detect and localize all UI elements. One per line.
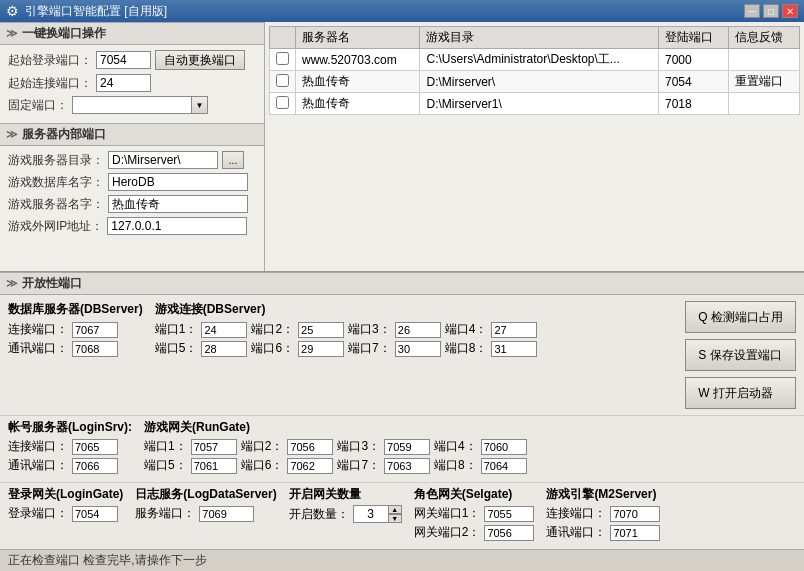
account-server-title: 帐号服务器(LoginSrv):	[8, 419, 132, 436]
lg-login-input[interactable]	[72, 506, 118, 522]
gc-port3-label: 端口3：	[348, 321, 391, 338]
check-port-button[interactable]: Q 检测端口占用	[685, 301, 796, 333]
gc-port1-input[interactable]	[201, 322, 247, 338]
maximize-button[interactable]: □	[763, 4, 779, 18]
auto-switch-button[interactable]: 自动更换端口	[155, 50, 245, 70]
spin-down-btn[interactable]: ▼	[388, 514, 402, 523]
gc-port6-label: 端口6：	[251, 340, 294, 357]
col-server-name: 服务器名	[296, 27, 420, 49]
server-table: 服务器名 游戏目录 登陆端口 信息反馈 www.520703.com C:\Us…	[269, 26, 800, 115]
row-checkbox-cell[interactable]	[270, 93, 296, 115]
rg-gw1-input[interactable]	[484, 506, 534, 522]
game-dir-input[interactable]	[108, 151, 218, 169]
gc-port2-label: 端口2：	[251, 321, 294, 338]
gg-p1-input[interactable]	[191, 439, 237, 455]
gg-p8-input[interactable]	[481, 458, 527, 474]
gc-port6-input[interactable]	[298, 341, 344, 357]
ls-port-label: 服务端口：	[135, 505, 195, 522]
ge-comm-label: 通讯端口：	[546, 524, 606, 541]
start-connect-port-label: 起始连接端口：	[8, 75, 92, 92]
gc-port3-input[interactable]	[395, 322, 441, 338]
spin-up-btn[interactable]: ▲	[388, 505, 402, 514]
table-row: 热血传奇 D:\Mirserver\ 7054 重置端口	[270, 71, 800, 93]
fixed-port-input[interactable]	[72, 96, 192, 114]
section2-body: 游戏服务器目录： ... 游戏数据库名字： 游戏服务器名字： 游戏外网IP地址：	[0, 146, 264, 271]
gg-p1-label: 端口1：	[144, 438, 187, 455]
gc-port5-label: 端口5：	[155, 340, 198, 357]
db-connect-port-input[interactable]	[72, 322, 118, 338]
ge-connect-input[interactable]	[610, 506, 660, 522]
col-game-dir: 游戏目录	[420, 27, 659, 49]
gg-p2-input[interactable]	[287, 439, 333, 455]
close-button[interactable]: ✕	[782, 4, 798, 18]
game-engine-title: 游戏引擎(M2Server)	[546, 486, 660, 503]
gc-port1-label: 端口1：	[155, 321, 198, 338]
game-engine-group: 游戏引擎(M2Server) 连接端口： 通讯端口：	[546, 486, 660, 543]
og-count-input[interactable]	[353, 505, 388, 523]
gc-port2-input[interactable]	[298, 322, 344, 338]
login-gateway-title: 登录网关(LoginGate)	[8, 486, 123, 503]
db-server-group: 数据库服务器(DBServer) 连接端口： 通讯端口：	[8, 301, 143, 409]
open-gateway-title: 开启网关数量	[289, 486, 402, 503]
start-connect-port-input[interactable]	[96, 74, 151, 92]
as-comm-label: 通讯端口：	[8, 457, 68, 474]
row-info: 重置端口	[729, 71, 800, 93]
ge-connect-label: 连接端口：	[546, 505, 606, 522]
col-checkbox	[270, 27, 296, 49]
db-connect-port-label: 连接端口：	[8, 321, 68, 338]
gg-p3-input[interactable]	[384, 439, 430, 455]
row-checkbox-cell[interactable]	[270, 71, 296, 93]
browse-button[interactable]: ...	[222, 151, 244, 169]
row-game-dir: D:\Mirserver1\	[420, 93, 659, 115]
login-gateway-group: 登录网关(LoginGate) 登录端口：	[8, 486, 123, 543]
gg-p7-input[interactable]	[384, 458, 430, 474]
as-comm-input[interactable]	[72, 458, 118, 474]
port-section-header: 开放性端口	[0, 272, 804, 295]
open-gateway-group: 开启网关数量 开启数量： ▲ ▼	[289, 486, 402, 543]
gc-port8-input[interactable]	[491, 341, 537, 357]
row-checkbox-cell[interactable]	[270, 49, 296, 71]
gg-p6-input[interactable]	[287, 458, 333, 474]
db-comm-port-input[interactable]	[72, 341, 118, 357]
game-dir-label: 游戏服务器目录：	[8, 152, 104, 169]
db-name-input[interactable]	[108, 173, 248, 191]
gc-port7-input[interactable]	[395, 341, 441, 357]
gg-p3-label: 端口3：	[337, 438, 380, 455]
ge-comm-input[interactable]	[610, 525, 660, 541]
rg-gw2-input[interactable]	[484, 525, 534, 541]
status-text: 正在检查端口 检查完毕,请操作下一步	[8, 552, 207, 569]
gg-p4-input[interactable]	[481, 439, 527, 455]
table-row: www.520703.com C:\Users\Administrator\De…	[270, 49, 800, 71]
as-connect-input[interactable]	[72, 439, 118, 455]
row-info	[729, 49, 800, 71]
fixed-port-dropdown-arrow[interactable]: ▼	[192, 96, 208, 114]
section1-header: 一键换端口操作	[0, 22, 264, 45]
minimize-button[interactable]: ─	[744, 4, 760, 18]
action-buttons: Q 检测端口占用 S 保存设置端口 W 打开启动器	[685, 301, 796, 409]
ext-ip-input[interactable]	[107, 217, 247, 235]
row-checkbox[interactable]	[276, 96, 289, 109]
server-name-input[interactable]	[108, 195, 248, 213]
open-launcher-button[interactable]: W 打开启动器	[685, 377, 796, 409]
row-checkbox[interactable]	[276, 74, 289, 87]
ls-port-input[interactable]	[199, 506, 254, 522]
server-table-area: 服务器名 游戏目录 登陆端口 信息反馈 www.520703.com C:\Us…	[265, 22, 804, 271]
game-connect-group: 游戏连接(DBServer) 端口1： 端口2： 端口3： 端口4： 端口5： …	[155, 301, 538, 409]
fixed-port-label: 固定端口：	[8, 97, 68, 114]
gc-port5-input[interactable]	[201, 341, 247, 357]
section2-header: 服务器内部端口	[0, 123, 264, 146]
row-checkbox[interactable]	[276, 52, 289, 65]
table-row: 热血传奇 D:\Mirserver1\ 7018	[270, 93, 800, 115]
gc-port4-input[interactable]	[491, 322, 537, 338]
save-port-button[interactable]: S 保存设置端口	[685, 339, 796, 371]
gg-p4-label: 端口4：	[434, 438, 477, 455]
game-gateway-group: 游戏网关(RunGate) 端口1： 端口2： 端口3： 端口4： 端口5： 端…	[144, 419, 527, 476]
db-comm-port-label: 通讯端口：	[8, 340, 68, 357]
col-login-port: 登陆端口	[659, 27, 729, 49]
account-server-group: 帐号服务器(LoginSrv): 连接端口： 通讯端口：	[8, 419, 132, 476]
start-login-port-input[interactable]	[96, 51, 151, 69]
gg-p5-input[interactable]	[191, 458, 237, 474]
lg-login-label: 登录端口：	[8, 505, 68, 522]
gg-p8-label: 端口8：	[434, 457, 477, 474]
server-name-label: 游戏服务器名字：	[8, 196, 104, 213]
